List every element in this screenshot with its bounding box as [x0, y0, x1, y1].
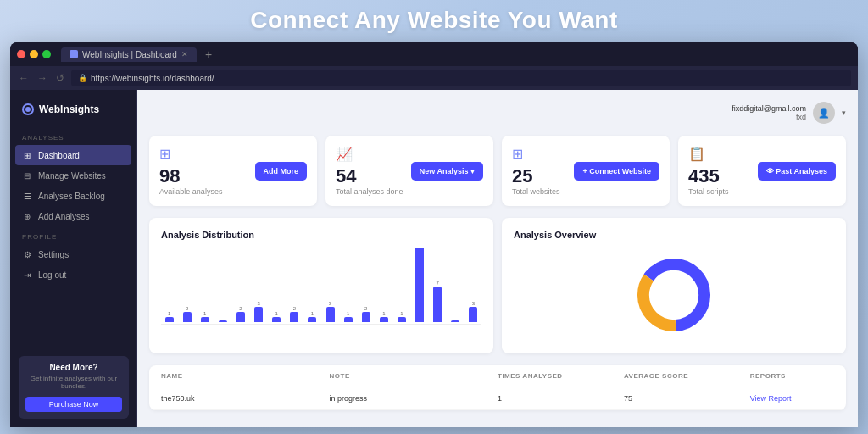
bar — [236, 312, 245, 322]
stat-label-websites: Total websites — [512, 187, 560, 196]
sidebar-item-settings[interactable]: ⚙ Settings — [10, 244, 136, 264]
bar-group: 3 — [251, 301, 267, 322]
sidebar: WebInsights ANALYSES ⊞ Dashboard ⊟ Manag… — [10, 90, 137, 427]
stat-left: 📋 435 Total scripts — [688, 146, 729, 196]
sidebar-item-add-analyses[interactable]: ⊕ Add Analyses — [10, 206, 136, 226]
bar-group: 1 — [393, 311, 409, 322]
logo-text: WebInsights — [39, 103, 99, 115]
bar-value: 3 — [257, 301, 259, 306]
donut-chart-svg — [632, 253, 716, 337]
bar-value: 1 — [203, 311, 206, 316]
stat-number-scripts: 435 — [688, 167, 729, 186]
need-more-title: Need More? — [25, 363, 122, 372]
sidebar-item-dashboard[interactable]: ⊞ Dashboard — [15, 145, 131, 165]
bar-group: 1 — [340, 311, 356, 322]
tab-close-icon[interactable]: ✕ — [181, 50, 188, 58]
stat-number-websites: 25 — [512, 167, 560, 186]
col-note: NOTE — [330, 372, 498, 380]
add-analyses-icon: ⊕ — [22, 211, 32, 221]
bar — [344, 317, 353, 322]
need-more-desc: Get infinite analyses with our bundles. — [25, 375, 122, 390]
bar — [201, 317, 209, 322]
page-headline: Connect Any Website You Want — [0, 7, 868, 34]
col-reports: REPORTS — [750, 372, 834, 380]
past-analyses-button[interactable]: 👁 Past Analyses — [758, 162, 836, 181]
stats-grid: ⊞ 98 Available analyses Add More 📈 54 To… — [149, 136, 846, 206]
bar — [362, 312, 370, 322]
charts-row: Analysis Distribution 12123121312111673 … — [149, 218, 846, 353]
refresh-button[interactable]: ↺ — [54, 70, 66, 86]
bar-group — [214, 320, 231, 322]
add-more-button[interactable]: Add More — [255, 162, 308, 181]
bar-value: 7 — [437, 281, 439, 286]
bar-group: 3 — [322, 301, 338, 322]
bar — [451, 320, 459, 322]
minimize-button[interactable] — [30, 50, 38, 58]
close-button[interactable] — [17, 50, 25, 58]
dashboard-icon: ⊞ — [22, 150, 32, 160]
sidebar-section-analyses: ANALYSES — [10, 127, 136, 145]
bar-group: 3 — [465, 301, 481, 322]
maximize-button[interactable] — [42, 50, 51, 58]
bar-group: 1 — [376, 311, 392, 322]
sidebar-item-label: Manage Websites — [38, 171, 106, 181]
connect-website-button[interactable]: + Connect Website — [574, 162, 659, 181]
new-tab-button[interactable]: + — [200, 47, 217, 61]
address-input[interactable]: 🔒 https://webinsights.io/dashboard/ — [71, 70, 851, 86]
analyses-icon: ⊞ — [159, 146, 222, 162]
bar-group: 1 — [161, 311, 177, 322]
sidebar-item-label: Add Analyses — [38, 212, 90, 221]
address-text: https://webinsights.io/dashboard/ — [91, 74, 214, 83]
bar-value: 1 — [347, 311, 349, 316]
sidebar-bottom: Need More? Get infinite analyses with ou… — [10, 348, 137, 427]
cell-report-link[interactable]: View Report — [750, 394, 834, 403]
bar-value: 2 — [239, 306, 242, 311]
bar-group — [448, 320, 464, 322]
app-layout: WebInsights ANALYSES ⊞ Dashboard ⊟ Manag… — [10, 90, 858, 427]
stat-card-websites: ⊞ 25 Total websites + Connect Website — [502, 136, 670, 206]
sidebar-item-manage-websites[interactable]: ⊟ Manage Websites — [10, 165, 136, 186]
stat-left: ⊞ 98 Available analyses — [159, 146, 222, 196]
sidebar-item-logout[interactable]: ⇥ Log out — [10, 264, 136, 285]
chevron-down-icon[interactable]: ▾ — [842, 108, 846, 117]
bar-value: 1 — [382, 311, 385, 316]
new-analysis-button[interactable]: New Analysis ▾ — [411, 162, 483, 181]
traffic-lights — [17, 50, 51, 58]
bar-chart-card: Analysis Distribution 12123121312111673 — [149, 218, 493, 353]
bar-chart-title: Analysis Distribution — [161, 230, 481, 240]
tab-favicon — [70, 50, 78, 58]
donut-chart-title: Analysis Overview — [514, 230, 834, 240]
bar-value: 3 — [472, 301, 475, 306]
bar-value: 1 — [400, 311, 403, 316]
bar-group: 2 — [232, 306, 248, 322]
user-info: fixddigital@gmail.com fxd — [732, 104, 806, 121]
stat-card-done: 📈 54 Total analyses done New Analysis ▾ — [326, 136, 493, 206]
sidebar-item-analyses-backlog[interactable]: ☰ Analyses Backlog — [10, 186, 136, 206]
stat-label-scripts: Total scripts — [688, 187, 729, 196]
back-button[interactable]: ← — [17, 70, 31, 86]
purchase-now-button[interactable]: Purchase Now — [25, 397, 122, 412]
tab-bar: WebInsights | Dashboard ✕ + — [10, 42, 858, 66]
sidebar-logo: WebInsights — [10, 100, 136, 127]
stat-card-analyses: ⊞ 98 Available analyses Add More — [149, 136, 317, 206]
forward-button[interactable]: → — [36, 70, 49, 86]
cell-times: 1 — [498, 394, 624, 403]
bar-group: 1 — [304, 311, 320, 322]
sidebar-item-label: Analyses Backlog — [38, 192, 105, 201]
bar — [183, 312, 192, 322]
sidebar-item-label: Dashboard — [38, 151, 80, 160]
cell-name: the750.uk — [161, 394, 330, 403]
avatar[interactable]: 👤 — [813, 102, 835, 124]
col-times: TIMES ANALYSED — [498, 372, 624, 380]
bar — [433, 287, 442, 322]
need-more-card: Need More? Get infinite analyses with ou… — [19, 356, 129, 419]
user-name: fxd — [732, 113, 806, 121]
main-content: fixddigital@gmail.com fxd 👤 ▾ ⊞ 98 Avail… — [137, 90, 858, 427]
sidebar-section-profile: PROFILE — [10, 226, 136, 244]
bar — [219, 320, 227, 322]
bar — [165, 317, 174, 322]
browser-tab[interactable]: WebInsights | Dashboard ✕ — [61, 47, 197, 62]
address-bar: ← → ↺ 🔒 https://webinsights.io/dashboard… — [10, 66, 858, 90]
bar-value: 1 — [311, 311, 314, 316]
bar-value: 1 — [275, 311, 278, 316]
